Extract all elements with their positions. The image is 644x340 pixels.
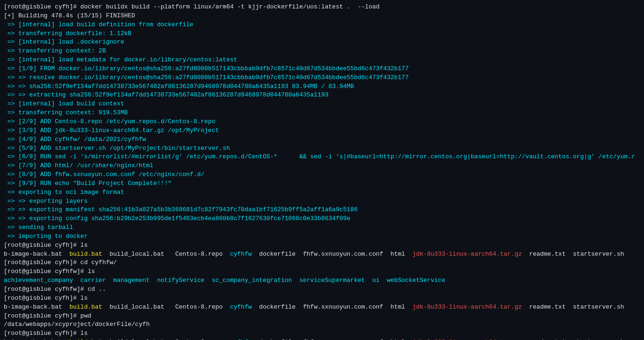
terminal-line: [root@gisblue cyfh]# ls: [4, 241, 640, 250]
terminal-line: => [1/9] FROM docker.io/library/centos@s…: [4, 65, 640, 74]
terminal-line: => [7/9] ADD html/ /usr/share/nginx/html: [4, 162, 640, 170]
terminal-line: => transferring context: 2B: [4, 47, 640, 56]
terminal-line: => [5/9] ADD startserver.sh /opt/MyProje…: [4, 144, 640, 153]
terminal-line: => => exporting config sha256:b29b2e253b…: [4, 214, 640, 223]
terminal-line: => => exporting manifest sha256:41b3a827…: [4, 206, 640, 214]
terminal-line: => [3/9] ADD jdk-8u333-linux-aarch64.tar…: [4, 126, 640, 135]
terminal-line: => [6/9] RUN sed -i 's/mirrorlist/#mirro…: [4, 153, 640, 162]
terminal-line: => [2/9] ADD Centos-8.repo /etc/yum.repo…: [4, 118, 640, 126]
terminal-line: => [4/9] ADD cyfhfw/ /data/2021/cyfhfw: [4, 135, 640, 144]
terminal-line: achievement_company carrier management n…: [4, 276, 640, 285]
terminal-line: [root@gisblue cyfh]# pwd: [4, 312, 640, 321]
terminal-line: => [internal] load build context: [4, 100, 640, 109]
terminal-line: => [internal] load .dockerignore: [4, 38, 640, 47]
terminal-line: [root@gisblue cyfh]# ls: [4, 294, 640, 303]
terminal-line: [root@gisblue cyfh]# ls: [4, 329, 640, 338]
terminal-line: => sending tarball: [4, 223, 640, 232]
terminal-line: => [8/9] ADD fhfw.sxnuoyun.com.conf /etc…: [4, 170, 640, 179]
terminal: [root@gisblue cyfh]# docker buildx build…: [0, 0, 644, 340]
terminal-line: b-image-back.bat build.bat build_local.b…: [4, 303, 640, 312]
terminal-line: => => exporting layers: [4, 197, 640, 206]
terminal-line: => => extracting sha256:52f9ef134af7dd14…: [4, 91, 640, 100]
terminal-line: => importing to docker: [4, 232, 640, 241]
terminal-line: b-image-back.bat build.bat build_local.b…: [4, 338, 640, 340]
terminal-line: => => sha256:52f9ef134af7dd14738733e5674…: [4, 82, 640, 91]
terminal-line: [+] Building 478.4s (15/15) FINISHED: [4, 12, 640, 21]
terminal-line: => [internal] load metadata for docker.i…: [4, 56, 640, 65]
terminal-line: => transferring dockerfile: 1.12kB: [4, 30, 640, 38]
terminal-line: [root@gisblue cyfhfw]# ls: [4, 267, 640, 276]
terminal-line: => => resolve docker.io/library/centos@s…: [4, 74, 640, 82]
terminal-line: [root@gisblue cyfh]# docker buildx build…: [4, 3, 640, 12]
terminal-line: [root@gisblue cyfhfw]# cd ..: [4, 285, 640, 294]
terminal-line: /data/webapps/xcyproject/dockerFile/cyfh: [4, 320, 640, 329]
terminal-line: [root@gisblue cyfh]# cd cyfhfw/: [4, 259, 640, 267]
terminal-line: => [9/9] RUN echo "Build Project Complet…: [4, 179, 640, 188]
terminal-line: => transferring context: 919.53MB: [4, 109, 640, 118]
terminal-line: => [internal] load build definition from…: [4, 21, 640, 30]
terminal-line: => exporting to oci image format: [4, 188, 640, 197]
terminal-line: b-image-back.bat build.bat build_local.b…: [4, 250, 640, 259]
